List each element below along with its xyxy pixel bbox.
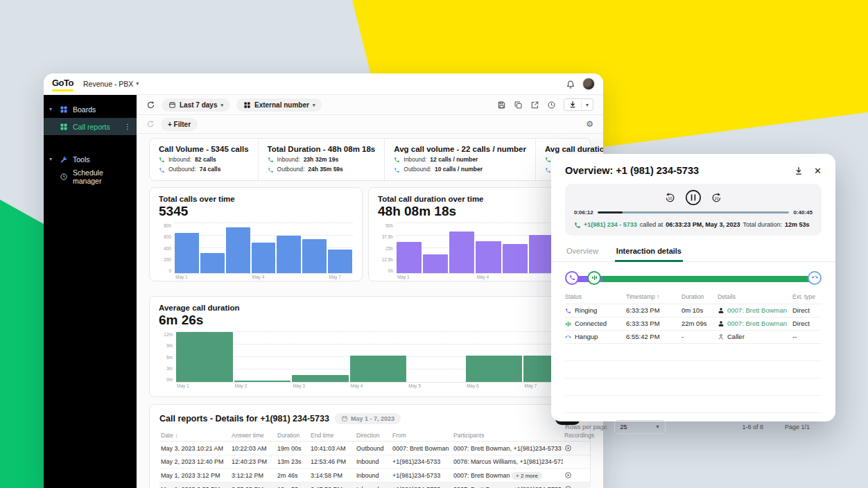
seek-progress bbox=[598, 211, 623, 214]
date-range-filter[interactable]: Last 7 days ▾ bbox=[162, 98, 230, 112]
person-icon bbox=[718, 306, 724, 314]
stat-avg-call-volume: Avg call volume - 22 calls / number Inbo… bbox=[384, 139, 535, 180]
rows-per-page-select[interactable]: 25 ▾ bbox=[614, 420, 666, 434]
details-title: Call reports - Details for +1(981) 234-5… bbox=[159, 414, 329, 424]
prev-page-icon[interactable]: ‹ bbox=[773, 424, 775, 430]
save-icon[interactable] bbox=[497, 101, 506, 110]
filter-row: + Filter ⚙ bbox=[137, 115, 603, 134]
caret-down-icon: ▾ bbox=[49, 156, 55, 162]
call-details-card: Call reports - Details for +1(981) 234-5… bbox=[149, 404, 591, 488]
col-timestamp[interactable]: Timestamp ↑ bbox=[626, 293, 682, 300]
wrench-icon bbox=[60, 155, 68, 164]
outbound-call-icon bbox=[545, 166, 551, 173]
chevron-down-icon: ▾ bbox=[313, 103, 315, 107]
col-date[interactable]: Date ↓ bbox=[159, 430, 230, 442]
refresh-icon[interactable] bbox=[146, 101, 155, 110]
close-icon[interactable]: ✕ bbox=[814, 166, 822, 176]
connected-node-icon[interactable] bbox=[587, 271, 601, 285]
chevron-down-icon: ▾ bbox=[136, 81, 139, 87]
clock-icon bbox=[60, 172, 68, 181]
history-icon[interactable] bbox=[547, 101, 556, 110]
overlay-footer: Rows per page 25 ▾ 1-8 of 8 ‹ Page 1/1 › bbox=[551, 413, 835, 441]
next-page-icon[interactable]: › bbox=[819, 424, 822, 430]
play-recording-icon[interactable] bbox=[564, 485, 572, 488]
download-split-button: ▾ bbox=[564, 98, 593, 111]
goto-logo: GoTo bbox=[52, 76, 73, 92]
inbound-call-icon bbox=[268, 156, 274, 163]
gear-icon[interactable]: ⚙ bbox=[586, 119, 593, 129]
calendar-icon bbox=[168, 101, 176, 109]
chart-total-calls: Total calls over time 5345 8006004002000… bbox=[149, 187, 363, 281]
user-avatar[interactable] bbox=[582, 78, 595, 90]
connected-segment bbox=[602, 276, 815, 282]
outbound-call-icon bbox=[268, 166, 274, 173]
sidebar-item-schedule-manager[interactable]: Schedule manager bbox=[44, 168, 137, 185]
play-recording-icon[interactable] bbox=[564, 471, 572, 478]
sidebar-item-boards[interactable]: ▾ Boards bbox=[44, 101, 137, 118]
app-header: GoTo Revenue - PBX ▾ bbox=[44, 73, 603, 95]
interaction-row[interactable]: Hangup 6:55:42 PM - Caller -- bbox=[565, 331, 822, 344]
interaction-row[interactable]: Connected 6:33:33 PM 22m 09s 0007: Brett… bbox=[565, 317, 822, 331]
table-row[interactable]: May 1, 2023 6:33 PM 6:35:03 PM 12m 53s 6… bbox=[159, 482, 591, 488]
main-content: Last 7 days ▾ External number ▾ bbox=[137, 95, 603, 488]
hangup-node-icon[interactable] bbox=[808, 271, 822, 285]
play-recording-icon[interactable] bbox=[564, 444, 572, 451]
ringing-icon bbox=[565, 306, 571, 314]
download-options-chevron[interactable]: ▾ bbox=[581, 101, 593, 110]
share-icon[interactable] bbox=[530, 101, 539, 110]
elapsed-time: 0:06:12 bbox=[574, 209, 593, 216]
copy-icon[interactable] bbox=[514, 101, 523, 110]
pause-button[interactable] bbox=[685, 189, 702, 206]
filters-toolbar: Last 7 days ▾ External number ▾ bbox=[137, 95, 603, 115]
screenshot-canvas: GoTo Revenue - PBX ▾ ▾ Boards bbox=[0, 0, 868, 488]
download-recording-icon[interactable] bbox=[794, 164, 804, 177]
seek-bar[interactable] bbox=[598, 211, 790, 214]
stats-strip: Call Volume - 5345 calls Inbound:82 call… bbox=[149, 138, 591, 181]
notifications-bell-icon[interactable] bbox=[566, 78, 575, 90]
person-icon bbox=[718, 320, 724, 327]
download-icon[interactable] bbox=[564, 99, 581, 110]
empty-row bbox=[565, 396, 822, 413]
table-icon bbox=[243, 101, 251, 109]
tab-interaction-details[interactable]: Interaction details bbox=[615, 244, 683, 262]
rewind-10-button[interactable]: 10 bbox=[664, 191, 676, 204]
interaction-row[interactable]: Ringing 6:33:23 PM 0m 10s 0007: Brett Bo… bbox=[565, 304, 822, 317]
call-icon bbox=[574, 221, 581, 229]
app-window: GoTo Revenue - PBX ▾ ▾ Boards bbox=[44, 73, 603, 488]
bar-plot: May 1May 2May 3May 4May 5May 6May 7 bbox=[175, 332, 581, 383]
sync-icon[interactable] bbox=[146, 120, 155, 128]
caller-number-link[interactable]: +1(981) 234 - 5733 bbox=[584, 221, 637, 228]
chevron-down-icon: ▾ bbox=[657, 424, 659, 430]
table-row[interactable]: May 3, 2023 10:21 AM 10:22:03 AM 19m 00s… bbox=[159, 442, 591, 455]
sidebar-item-tools[interactable]: ▾ Tools bbox=[44, 150, 137, 168]
tab-overview[interactable]: Overview bbox=[565, 244, 600, 261]
forward-10-button[interactable]: 10 bbox=[711, 191, 722, 204]
total-time: 0:40:45 bbox=[793, 209, 813, 216]
audio-player: 10 10 0:06:12 0:40:45 +1(981) 234 - 5733… bbox=[565, 184, 822, 236]
person-outline-icon bbox=[718, 333, 724, 340]
workspace-switcher[interactable]: Revenue - PBX ▾ bbox=[83, 80, 139, 88]
empty-row bbox=[565, 361, 822, 378]
page-indicator: Page 1/1 bbox=[785, 424, 810, 430]
calendar-icon bbox=[341, 415, 348, 422]
sidebar-item-call-reports[interactable]: Call reports ⋮ bbox=[44, 118, 137, 135]
outbound-call-icon bbox=[394, 166, 400, 173]
kebab-menu-icon[interactable]: ⋮ bbox=[124, 123, 131, 130]
empty-row bbox=[565, 378, 822, 396]
interaction-header-row: Status Timestamp ↑ Duration Details Ext.… bbox=[565, 290, 822, 304]
caret-down-icon: ▾ bbox=[49, 106, 55, 112]
rows-per-page-label: Rows per page bbox=[565, 424, 607, 430]
table-row[interactable]: May 1, 2023 3:12 PM 3:12:12 PM 2m 46s 3:… bbox=[159, 469, 591, 482]
chevron-down-icon: ▾ bbox=[220, 103, 223, 107]
svg-text:10: 10 bbox=[714, 196, 718, 200]
chart-average-duration: Average call duration 6m 26s 12m9m6m3m0m… bbox=[149, 296, 591, 397]
y-axis: 8006004002000 bbox=[159, 223, 174, 273]
call-timeline bbox=[565, 270, 822, 287]
ringing-node-icon[interactable] bbox=[565, 271, 579, 285]
group-by-filter[interactable]: External number ▾ bbox=[236, 98, 322, 112]
svg-text:10: 10 bbox=[668, 196, 672, 200]
table-row[interactable]: May 2, 2023 12:40 PM 12:40:23 PM 13m 23s… bbox=[159, 455, 591, 469]
overlay-title: Overview: +1 (981) 234-5733 bbox=[565, 165, 699, 176]
add-filter-button[interactable]: + Filter bbox=[161, 118, 198, 131]
date-range-badge: May 1 - 7, 2023 bbox=[335, 413, 401, 424]
